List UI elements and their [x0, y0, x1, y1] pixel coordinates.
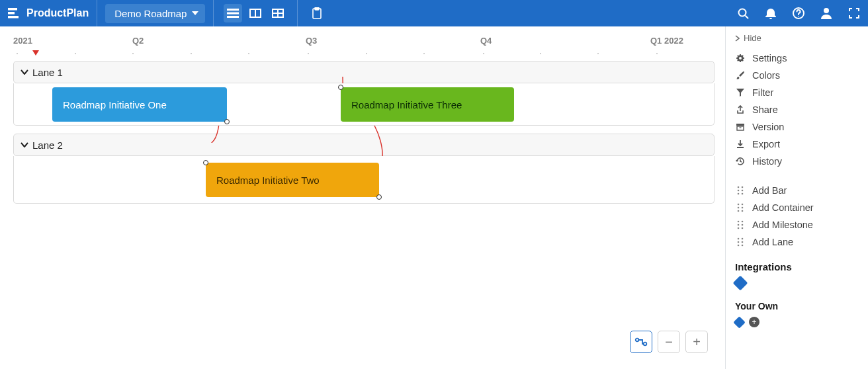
view-table-button[interactable] [269, 4, 287, 22]
lane-2-body[interactable]: Roadmap Initiative Two [13, 156, 715, 204]
chevron-down-icon [21, 69, 28, 75]
zoom-in-button[interactable]: + [685, 331, 708, 353]
svg-point-41 [738, 238, 740, 240]
brush-icon [735, 71, 746, 80]
timeline-tick [483, 53, 484, 54]
fullscreen-button[interactable] [840, 0, 868, 26]
app-name: ProductPlan [26, 7, 89, 19]
app-logo[interactable]: ProductPlan [8, 7, 89, 19]
dependencies-toggle-button[interactable] [630, 331, 652, 353]
today-marker [32, 50, 39, 56]
view-board-button[interactable] [246, 4, 265, 22]
dependency-node-icon[interactable] [224, 119, 230, 124]
timeline-tick [308, 53, 309, 54]
bar-label: Roadmap Initiative Two [216, 175, 320, 186]
your-own-heading: Your Own [735, 301, 859, 311]
grip-icon [735, 237, 746, 247]
timeline-tick [75, 53, 76, 54]
sidebar-label: Version [752, 122, 784, 132]
svg-point-16 [798, 16, 799, 17]
help-button[interactable] [785, 0, 812, 26]
timeline-tick [248, 53, 249, 54]
view-list-button[interactable] [224, 4, 242, 22]
lane-1-body[interactable]: Roadmap Initiative One Roadmap Initiativ… [13, 83, 715, 126]
lane-2-header[interactable]: Lane 2 [13, 134, 715, 156]
account-button[interactable] [812, 0, 840, 26]
sidebar-label: Settings [752, 53, 787, 63]
timeline-tick [17, 53, 18, 54]
bar-initiative-three[interactable]: Roadmap Initiative Three [341, 87, 514, 122]
sidebar-item-colors[interactable]: Colors [735, 67, 859, 84]
svg-point-38 [742, 224, 744, 226]
add-integration-button[interactable]: + [749, 317, 760, 327]
zoom-out-button[interactable]: − [658, 331, 680, 353]
sidebar-add-lane[interactable]: Add Lane [735, 233, 859, 251]
sidebar-add-milestone[interactable]: Add Milestone [735, 216, 859, 233]
svg-rect-2 [8, 16, 19, 19]
sidebar-add-container[interactable]: Add Container [735, 199, 859, 216]
sidebar-label: Filter [752, 87, 773, 98]
timeline-tick [132, 53, 134, 54]
svg-point-29 [738, 204, 740, 206]
lane-1-header[interactable]: Lane 1 [13, 61, 715, 83]
topbar-right [729, 0, 868, 26]
svg-rect-4 [227, 13, 239, 15]
svg-rect-21 [737, 126, 744, 130]
svg-point-42 [742, 238, 744, 240]
svg-rect-20 [736, 124, 744, 126]
timeline-tick [366, 53, 367, 54]
dependency-node-icon[interactable] [376, 194, 382, 200]
bar-initiative-one[interactable]: Roadmap Initiative One [52, 87, 227, 122]
download-icon [735, 140, 746, 149]
caret-down-icon [192, 11, 198, 15]
bar-initiative-two[interactable]: Roadmap Initiative Two [206, 163, 379, 197]
svg-point-13 [738, 9, 746, 16]
your-own-row: + [735, 317, 859, 327]
lane-2-title: Lane 2 [32, 140, 63, 151]
bar-label: Roadmap Initiative One [63, 99, 167, 110]
history-icon [735, 157, 746, 166]
svg-point-32 [742, 207, 744, 209]
right-sidebar: Hide Settings Colors Filter Share Versio… [725, 26, 868, 369]
sidebar-label: Add Bar [752, 185, 787, 196]
timeline-tick [540, 53, 541, 54]
dependency-node-icon[interactable] [203, 160, 208, 165]
notifications-button[interactable] [757, 0, 785, 26]
svg-point-18 [636, 339, 639, 342]
svg-rect-5 [227, 16, 239, 18]
integration-diamond-icon[interactable] [733, 316, 745, 328]
hide-label: Hide [744, 33, 761, 43]
grip-icon [735, 220, 746, 229]
integrations-heading: Integrations [735, 261, 859, 272]
svg-line-14 [745, 15, 748, 19]
parking-lot-button[interactable] [308, 4, 326, 22]
archive-icon [735, 122, 746, 132]
svg-point-31 [738, 207, 740, 209]
dependency-node-icon[interactable] [338, 85, 343, 90]
sidebar-item-export[interactable]: Export [735, 136, 859, 153]
sidebar-label: Export [752, 139, 780, 149]
zoom-controls: − + [630, 331, 708, 353]
timeline-label: Q4 [480, 36, 492, 46]
svg-point-36 [742, 221, 744, 223]
hide-sidebar-button[interactable]: Hide [735, 33, 859, 43]
sidebar-add-bar[interactable]: Add Bar [735, 182, 859, 199]
svg-rect-22 [740, 128, 742, 128]
sidebar-item-version[interactable]: Version [735, 118, 859, 136]
svg-point-44 [742, 241, 744, 243]
svg-point-23 [738, 186, 740, 188]
grip-icon [735, 186, 746, 195]
roadmap-dropdown[interactable]: Demo Roadmap [105, 4, 205, 23]
sidebar-label: Add Lane [752, 237, 793, 247]
sidebar-item-share[interactable]: Share [735, 101, 859, 118]
sidebar-item-history[interactable]: History [735, 153, 859, 170]
sidebar-item-settings[interactable]: Settings [735, 50, 859, 67]
sidebar-item-filter[interactable]: Filter [735, 84, 859, 101]
search-button[interactable] [729, 0, 757, 26]
timeline-label: Q2 [132, 36, 144, 46]
svg-point-26 [742, 190, 744, 192]
logo-section: ProductPlan [0, 0, 97, 26]
sidebar-label: Add Milestone [752, 220, 813, 230]
svg-point-34 [742, 210, 744, 212]
jira-icon[interactable] [733, 276, 748, 291]
